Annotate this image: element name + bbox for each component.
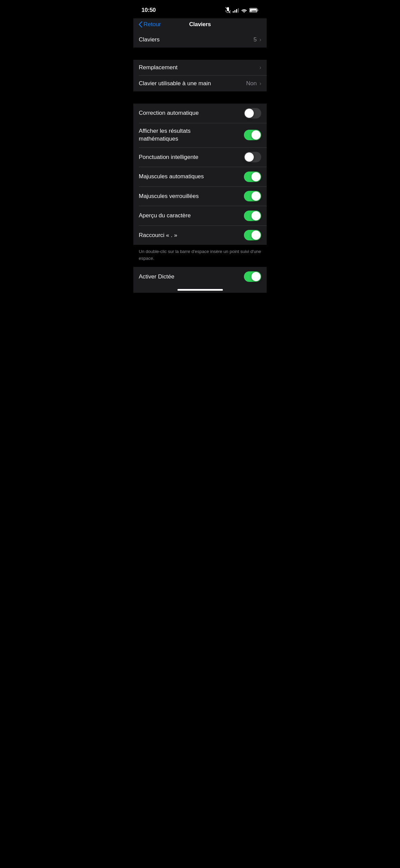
majuscules-automatiques-toggle[interactable] [244,171,261,182]
svg-rect-6 [258,10,259,11]
home-bar [177,289,223,291]
nav-title: Claviers [189,21,211,28]
clavier-une-main-chevron: › [260,80,261,87]
resultats-mathematiques-label: Afficher les résultatsmathématiques [139,127,244,143]
chevron-left-icon [139,21,142,28]
toggle-knob [251,172,261,181]
svg-text:100: 100 [251,10,256,13]
back-label: Retour [144,21,161,28]
apercu-caractere-item: Aperçu du caractère [133,206,267,225]
clavier-une-main-label: Clavier utilisable à une main [139,80,246,87]
remplacement-item[interactable]: Remplacement › [133,60,267,75]
status-icons: 100 [226,7,259,13]
claviers-count: 5 [253,36,256,43]
toggle-knob [251,211,261,220]
svg-rect-4 [238,8,239,13]
claviers-label: Claviers [139,36,253,43]
toggle-knob [245,152,254,162]
activer-dictee-toggle[interactable] [244,271,261,282]
remplacement-chevron: › [260,65,261,71]
separator-1 [133,48,267,60]
raccourci-point-label: Raccourci « . » [139,232,244,239]
raccourci-point-item: Raccourci « . » [133,225,267,245]
ponctuation-intelligente-item: Ponctuation intelligente [133,147,267,167]
footer-note-text: Un double-clic sur la barre d'espace ins… [139,249,261,261]
majuscules-automatiques-label: Majuscules automatiques [139,173,244,180]
battery-icon: 100 [249,8,259,13]
separator-2 [133,91,267,104]
resultats-mathematiques-toggle[interactable] [244,130,261,140]
clavier-une-main-item[interactable]: Clavier utilisable à une main Non › [133,76,267,91]
activer-dictee-label: Activer Dictée [139,273,244,280]
activer-dictee-group: Activer Dictée [133,267,267,286]
status-time: 10:50 [141,7,156,14]
toggle-knob [251,272,261,281]
claviers-group: Claviers 5 › [133,32,267,48]
toggle-knob [251,192,261,201]
toggle-knob [251,231,261,240]
apercu-caractere-toggle[interactable] [244,211,261,221]
raccourci-point-toggle[interactable] [244,230,261,240]
ponctuation-intelligente-toggle[interactable] [244,152,261,162]
claviers-chevron: › [260,37,261,43]
correction-automatique-toggle[interactable] [244,108,261,119]
majuscules-automatiques-item: Majuscules automatiques [133,167,267,186]
svg-rect-2 [234,10,235,13]
toggle-knob [251,130,261,140]
remplacement-value: › [259,65,261,71]
resultats-mathematiques-item: Afficher les résultatsmathématiques [133,123,267,147]
back-button[interactable]: Retour [139,21,161,28]
wifi-icon [241,8,247,13]
nav-bar: Retour Claviers [133,18,267,32]
majuscules-verrouillees-toggle[interactable] [244,191,261,201]
apercu-caractere-label: Aperçu du caractère [139,212,244,219]
home-indicator [133,286,267,293]
claviers-value: 5 › [253,36,261,43]
clavier-une-main-text: Non [246,80,256,87]
footer-note: Un double-clic sur la barre d'espace ins… [133,245,267,267]
remplacement-label: Remplacement [139,64,259,71]
clavier-une-main-value: Non › [246,80,261,87]
svg-rect-3 [236,9,237,13]
toggles-group: Correction automatique Afficher les résu… [133,104,267,245]
correction-automatique-item: Correction automatique [133,104,267,123]
majuscules-verrouillees-item: Majuscules verrouillées [133,186,267,206]
svg-rect-1 [233,11,234,13]
status-bar: 10:50 100 [133,0,267,18]
majuscules-verrouillees-label: Majuscules verrouillées [139,193,244,200]
toggle-knob [245,109,254,118]
activer-dictee-item: Activer Dictée [133,267,267,286]
silent-icon [226,7,230,13]
ponctuation-intelligente-label: Ponctuation intelligente [139,154,244,161]
correction-automatique-label: Correction automatique [139,110,244,116]
signal-icon [233,8,239,13]
claviers-item[interactable]: Claviers 5 › [133,32,267,48]
remplacement-group: Remplacement › Clavier utilisable à une … [133,60,267,91]
